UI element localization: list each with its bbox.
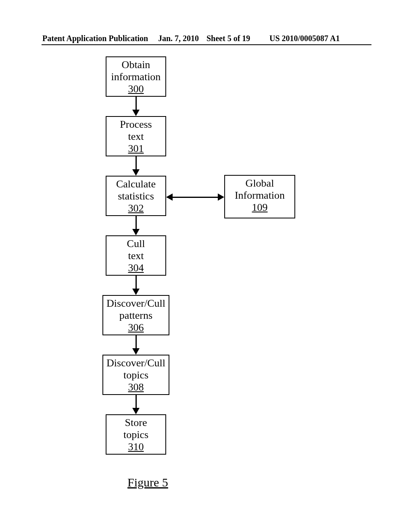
arrowhead-304-306: [132, 289, 140, 295]
flow-box-line1: Global: [246, 177, 274, 189]
arrowhead-109-to-302: [166, 193, 173, 201]
arrowhead-306-308: [132, 348, 140, 355]
flow-box-obtain-information: Obtain information 300: [106, 56, 166, 97]
arrow-308-310: [136, 395, 137, 409]
header-sheet: Sheet 5 of 19: [206, 34, 250, 43]
arrow-302-109: [167, 197, 219, 198]
flow-box-discover-cull-patterns: Discover/Cull patterns 306: [102, 295, 169, 335]
arrow-300-301: [136, 97, 137, 111]
header-pub-label: Patent Application Publication: [42, 34, 148, 43]
figure-caption: Figure 5: [127, 476, 168, 489]
flow-box-calculate-statistics: Calculate statistics 302: [106, 176, 166, 216]
flow-box-ref: 109: [252, 202, 268, 213]
header-date: Jan. 7, 2010: [158, 34, 199, 43]
flow-box-line2: text: [128, 131, 144, 142]
flow-box-ref: 306: [128, 322, 144, 333]
flow-box-line1: Process: [120, 118, 152, 130]
flow-box-discover-cull-topics: Discover/Cull topics 308: [102, 355, 169, 395]
flow-box-ref: 310: [128, 441, 144, 453]
flow-box-store-topics: Store topics 310: [106, 414, 166, 455]
flow-box-global-information: Global Information 109: [224, 175, 295, 218]
flow-box-ref: 301: [128, 143, 144, 154]
header-pub-number: US 2010/0005087 A1: [269, 34, 340, 43]
flow-box-line2: topics: [123, 429, 148, 441]
arrowhead-301-302: [132, 169, 140, 176]
flow-box-line2: Information: [235, 189, 285, 201]
flow-box-cull-text: Cull text 304: [106, 235, 166, 276]
header-rule: [42, 44, 371, 45]
flow-box-ref: 300: [128, 83, 144, 95]
flow-box-ref: 308: [128, 381, 144, 393]
arrow-302-304: [136, 216, 137, 231]
arrow-301-302: [136, 156, 137, 171]
arrow-304-306: [136, 276, 137, 290]
flow-box-line1: Calculate: [116, 178, 156, 190]
arrowhead-308-310: [132, 408, 140, 414]
flow-box-line2: patterns: [119, 310, 152, 321]
arrowhead-300-301: [132, 110, 140, 116]
flow-box-line1: Store: [125, 417, 147, 428]
flow-box-line1: Discover/Cull: [106, 297, 165, 309]
flow-box-line2: topics: [123, 369, 148, 381]
flow-box-line1: Discover/Cull: [106, 357, 165, 369]
flow-box-line2: text: [128, 250, 144, 262]
flow-box-process-text: Process text 301: [106, 116, 166, 156]
flow-box-line2: information: [111, 71, 161, 83]
flow-box-ref: 304: [128, 262, 144, 274]
arrowhead-302-304: [132, 229, 140, 235]
arrowhead-302-to-109: [218, 193, 224, 201]
flow-box-line1: Obtain: [122, 59, 150, 71]
flow-box-line1: Cull: [127, 238, 145, 249]
arrow-306-308: [136, 335, 137, 350]
flow-box-ref: 302: [128, 202, 144, 214]
flow-box-line2: statistics: [118, 190, 154, 202]
